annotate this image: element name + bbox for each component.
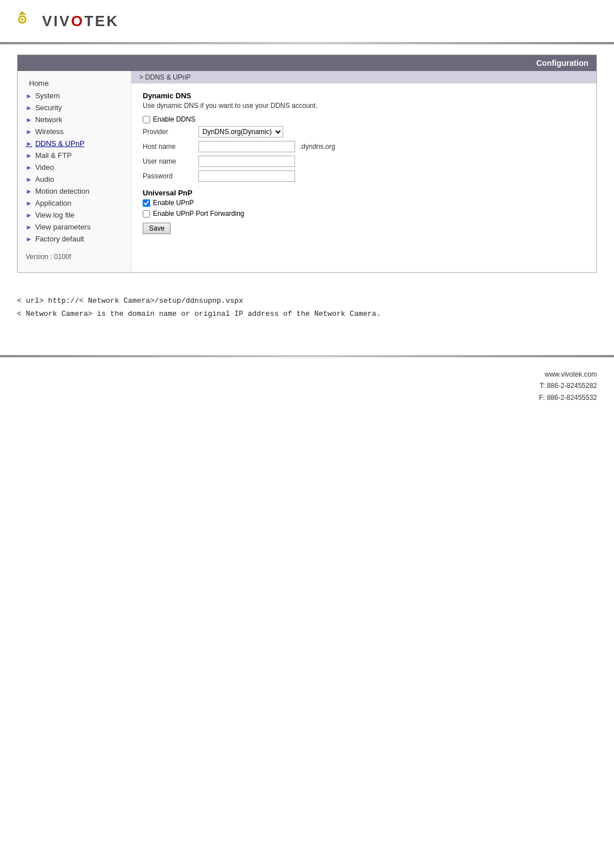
arrow-icon-application: ► (26, 199, 32, 207)
hostname-input[interactable] (198, 141, 295, 152)
url-line2: < Network Camera> is the domain name or … (17, 307, 597, 320)
version-label: Version : 0100f (18, 247, 131, 266)
config-title: Configuration (536, 59, 588, 68)
enable-upnp-row: Enable UPnP (143, 199, 585, 207)
upnp-title: Universal PnP (143, 189, 585, 197)
config-panel: Configuration Home ► System ► Security ►… (17, 55, 597, 273)
sidebar-item-video[interactable]: ► Video (18, 161, 131, 173)
arrow-icon-network: ► (26, 116, 32, 124)
sidebar-item-application[interactable]: ► Application (18, 197, 131, 209)
username-row: User name (143, 156, 585, 167)
enable-port-forwarding-checkbox[interactable] (143, 210, 150, 218)
svg-marker-3 (18, 11, 26, 15)
enable-port-forwarding-row: Enable UPnP Port Forwarding (143, 210, 585, 218)
enable-ddns-label[interactable]: Enable DDNS (153, 115, 196, 123)
arrow-icon-mail: ► (26, 152, 32, 160)
sidebar-label-mail: Mail & FTP (35, 151, 72, 160)
main-wrapper: Configuration Home ► System ► Security ►… (0, 44, 614, 283)
sidebar-item-system[interactable]: ► System (18, 90, 131, 102)
vivotek-logo-icon (17, 10, 40, 32)
sidebar-label-factory: Factory default (35, 235, 84, 243)
arrow-icon-motion: ► (26, 187, 32, 195)
sidebar-item-motion[interactable]: ► Motion detection (18, 185, 131, 197)
hostname-row: Host name .dyndns.org (143, 141, 585, 152)
provider-select[interactable]: DynDNS.org(Dynamic) DynDNS.org(Static) T… (198, 126, 283, 137)
enable-ddns-row: Enable DDNS (143, 115, 585, 123)
sidebar-label-audio: Audio (35, 175, 54, 183)
arrow-icon-wireless: ► (26, 128, 32, 136)
logo-text-tek: TEK (84, 12, 119, 30)
sidebar-label-video: Video (35, 163, 54, 172)
enable-upnp-label[interactable]: Enable UPnP (153, 199, 194, 207)
logo-text-o: O (71, 12, 84, 30)
sidebar-item-factory-default[interactable]: ► Factory default (18, 233, 131, 245)
content-inner: Dynamic DNS Use dynamic DNS if you want … (131, 84, 596, 242)
enable-upnp-checkbox[interactable] (143, 199, 150, 207)
sidebar-label-security: Security (35, 103, 62, 112)
sidebar-item-mail-ftp[interactable]: ► Mail & FTP (18, 149, 131, 161)
sidebar-item-wireless[interactable]: ► Wireless (18, 126, 131, 137)
sidebar-label-ddns: DDNS & UPnP (35, 139, 85, 148)
sidebar-item-network[interactable]: ► Network (18, 114, 131, 126)
arrow-icon-security: ► (26, 104, 32, 112)
sidebar-item-audio[interactable]: ► Audio (18, 173, 131, 185)
hostname-label: Host name (143, 143, 194, 151)
sidebar: Home ► System ► Security ► Network ► Wir… (18, 71, 131, 272)
provider-row: Provider DynDNS.org(Dynamic) DynDNS.org(… (143, 126, 585, 137)
sidebar-label-view-log: View log file (35, 211, 74, 219)
sidebar-item-view-params[interactable]: ► View parameters (18, 221, 131, 233)
sidebar-label-application: Application (35, 199, 72, 207)
arrow-icon-view-log: ► (26, 211, 32, 219)
url-info: < url> http://< Network Camera>/setup/dd… (0, 283, 614, 332)
config-header: Configuration (18, 55, 596, 71)
content-area: > DDNS & UPnP Dynamic DNS Use dynamic DN… (131, 71, 596, 272)
sidebar-home[interactable]: Home (18, 77, 131, 90)
username-label: User name (143, 157, 194, 165)
dynamic-dns-title: Dynamic DNS (143, 91, 585, 100)
password-row: Password (143, 170, 585, 182)
svg-point-2 (21, 18, 24, 21)
footer-fax: F: 886-2-82455532 (17, 392, 597, 403)
arrow-icon-factory: ► (26, 235, 32, 243)
breadcrumb: > DDNS & UPnP (131, 71, 596, 84)
footer: www.vivotek.com T: 886-2-82455282 F: 886… (0, 357, 614, 415)
arrow-icon-audio: ► (26, 176, 32, 183)
sidebar-label-network: Network (35, 115, 63, 124)
sidebar-label-system: System (35, 91, 60, 100)
logo-text-viv: VIV (42, 12, 71, 30)
provider-label: Provider (143, 128, 194, 136)
footer-website: www.vivotek.com (17, 369, 597, 380)
logo: VIVOTEK (17, 10, 597, 32)
sidebar-item-security[interactable]: ► Security (18, 102, 131, 114)
dynamic-dns-subtitle: Use dynamic DNS if you want to use your … (143, 102, 585, 110)
sidebar-label-view-params: View parameters (35, 223, 90, 231)
header: VIVOTEK (0, 0, 614, 42)
config-body: Home ► System ► Security ► Network ► Wir… (18, 71, 596, 272)
arrow-icon-video: ► (26, 164, 32, 172)
domain-suffix: .dyndns.org (300, 143, 335, 151)
footer-phone: T: 886-2-82455282 (17, 380, 597, 391)
arrow-icon-ddns: ► (26, 140, 32, 148)
arrow-icon-view-params: ► (26, 223, 32, 231)
arrow-icon-system: ► (26, 92, 32, 100)
save-button[interactable]: Save (143, 223, 171, 234)
username-input[interactable] (198, 156, 295, 167)
sidebar-label-wireless: Wireless (35, 127, 64, 136)
sidebar-label-motion: Motion detection (35, 187, 89, 195)
enable-port-forwarding-label[interactable]: Enable UPnP Port Forwarding (153, 210, 244, 218)
password-input[interactable] (198, 170, 295, 182)
sidebar-item-view-log[interactable]: ► View log file (18, 209, 131, 221)
url-line1: < url> http://< Network Camera>/setup/dd… (17, 294, 597, 307)
enable-ddns-checkbox[interactable] (143, 116, 150, 123)
password-label: Password (143, 172, 194, 180)
sidebar-item-ddns-upnp[interactable]: ► DDNS & UPnP (18, 137, 131, 149)
